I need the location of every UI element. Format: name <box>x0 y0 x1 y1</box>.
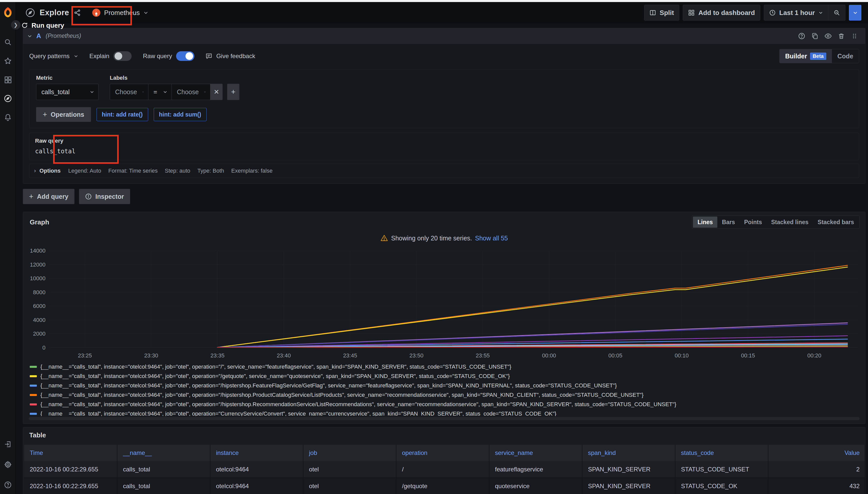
table-cell: 432 <box>768 478 865 494</box>
sign-in-icon[interactable] <box>0 438 16 450</box>
query-ref-id: A <box>36 32 41 40</box>
label-key-select[interactable]: Choose <box>110 84 148 100</box>
x-axis-tick-label: 23:55 <box>476 353 490 359</box>
show-all-series-link[interactable]: Show all 55 <box>475 234 508 242</box>
query-options-row[interactable]: › Options Legend: AutoFormat: Time serie… <box>29 164 859 178</box>
drag-handle-icon[interactable] <box>848 31 861 42</box>
legend-item[interactable]: {__name__="calls_total", instance="otelc… <box>30 401 860 408</box>
query-hints: hint: add rate()hint: add sum() <box>96 108 206 121</box>
legend-item[interactable]: {__name__="calls_total", instance="otelc… <box>30 363 860 370</box>
inspector-button[interactable]: Inspector <box>79 189 130 204</box>
legend-item[interactable]: {__name__="calls_total", instance="otelc… <box>30 382 860 389</box>
graph-mode-stacked-lines[interactable]: Stacked lines <box>766 216 813 228</box>
remove-query-trash-icon[interactable] <box>835 31 848 42</box>
search-icon[interactable] <box>0 36 16 48</box>
table-cell: STATUS_CODE_OK <box>675 478 768 494</box>
code-mode-tab[interactable]: Code <box>832 49 859 63</box>
chevron-down-icon <box>818 11 823 15</box>
remove-label-filter-button[interactable]: ✕ <box>211 84 222 100</box>
table-panel-title: Table <box>24 431 865 439</box>
x-axis-tick-label: 23:50 <box>409 353 423 359</box>
warning-triangle-icon <box>380 234 388 242</box>
x-axis-tick-label: 00:10 <box>675 353 689 359</box>
column-header-service-name[interactable]: service_name <box>489 445 582 461</box>
hint-add-rate-button[interactable]: hint: add rate() <box>96 108 148 121</box>
column-header-span-kind[interactable]: span_kind <box>582 445 675 461</box>
label-value-select[interactable]: Choose <box>172 84 211 100</box>
datasource-picker[interactable]: Prometheus <box>87 6 153 20</box>
query-row-header[interactable]: A (Prometheus) <box>23 28 865 44</box>
hide-response-eye-icon[interactable] <box>821 31 835 42</box>
explore-toolbar: Explore Prometheus Split Add to dashboar… <box>0 2 868 23</box>
builder-mode-tab[interactable]: Builder Beta <box>780 49 832 63</box>
query-editor-panel: A (Prometheus) Query patterns Explain <box>23 28 866 184</box>
series-limit-warning: Showing only 20 time series. Show all 55 <box>29 234 860 242</box>
legend-horizontal-scrollbar[interactable] <box>29 417 860 420</box>
raw-query-preview: Raw query calls_total <box>29 133 859 160</box>
legend-item[interactable]: {__name__="calls_total", instance="otelc… <box>30 392 860 398</box>
info-circle-icon <box>85 193 92 200</box>
add-query-button[interactable]: +Add query <box>23 189 74 204</box>
column-header-operation[interactable]: operation <box>396 445 489 461</box>
metric-label: Metric <box>36 75 98 81</box>
metric-select[interactable]: calls_total <box>36 84 98 100</box>
dashboards-icon[interactable] <box>0 74 16 86</box>
option-summary-item: Legend: Auto <box>68 168 101 174</box>
legend-series-label: {__name__="calls_total", instance="otelc… <box>40 411 557 416</box>
x-axis-tick-label: 00:00 <box>542 353 556 359</box>
legend-item[interactable]: {__name__="calls_total", instance="otelc… <box>30 373 860 380</box>
time-range-picker[interactable]: Last 1 hour <box>764 5 828 21</box>
graph-mode-stacked-bars[interactable]: Stacked bars <box>813 216 858 228</box>
zoom-out-time-button[interactable] <box>828 5 845 21</box>
x-axis-tick-label: 00:20 <box>807 353 821 359</box>
table-cell: calls_total <box>117 478 210 494</box>
explore-icon[interactable] <box>0 92 16 104</box>
add-label-filter-button[interactable]: + <box>227 84 239 100</box>
give-feedback-link[interactable]: Give feedback <box>205 53 255 60</box>
alerting-bell-icon[interactable] <box>0 111 16 124</box>
share-icon[interactable] <box>74 9 81 16</box>
explain-toggle[interactable] <box>113 51 132 61</box>
table-cell: otelcol:9464 <box>210 461 303 478</box>
run-query-dropdown[interactable] <box>849 5 862 21</box>
help-icon[interactable] <box>0 479 16 491</box>
raw-query-toggle[interactable] <box>176 51 194 61</box>
label-operator-select[interactable]: = <box>148 84 172 100</box>
legend-color-chip <box>30 403 37 405</box>
split-button[interactable]: Split <box>644 5 679 21</box>
collapse-chevron-icon[interactable] <box>27 34 32 39</box>
graph-mode-lines[interactable]: Lines <box>693 216 717 228</box>
column-header-status-code[interactable]: status_code <box>675 445 768 461</box>
operations-button[interactable]: + Operations <box>36 107 91 122</box>
starred-icon[interactable] <box>0 55 16 67</box>
duplicate-query-icon[interactable] <box>808 31 821 42</box>
settings-gear-icon[interactable] <box>0 458 16 471</box>
column-header-value[interactable]: Value <box>768 445 865 461</box>
time-series-chart[interactable]: 0200040006000800010000120001400023:2523:… <box>49 249 858 349</box>
column-header-job[interactable]: job <box>303 445 396 461</box>
column-header-time[interactable]: Time <box>24 445 117 461</box>
query-help-icon[interactable] <box>795 31 808 42</box>
table-cell: quoteservice <box>489 478 582 494</box>
sidebar-expand-button[interactable]: ❯ <box>11 20 20 30</box>
column-header-name[interactable]: __name__ <box>117 445 210 461</box>
legend-series-label: {__name__="calls_total", instance="otelc… <box>40 401 676 408</box>
graph-legend: {__name__="calls_total", instance="otelc… <box>29 363 860 416</box>
grafana-logo-icon[interactable] <box>2 6 14 18</box>
add-to-dashboard-button[interactable]: Add to dashboard <box>683 5 760 21</box>
column-header-instance[interactable]: instance <box>210 445 303 461</box>
graph-mode-bars[interactable]: Bars <box>717 216 739 228</box>
table-cell: 2 <box>768 461 865 478</box>
beta-badge: Beta <box>810 53 826 60</box>
query-patterns-dropdown[interactable]: Query patterns <box>29 53 78 60</box>
graph-mode-points[interactable]: Points <box>739 216 766 228</box>
legend-item[interactable]: {__name__="calls_total", instance="otelc… <box>30 411 860 416</box>
run-query-button[interactable]: Run query <box>849 5 862 21</box>
table-cell: otel <box>303 461 396 478</box>
metric-field: Metric calls_total <box>36 75 98 100</box>
graph-panel: Graph LinesBarsPointsStacked linesStacke… <box>23 212 866 424</box>
window-top-strip <box>0 0 868 2</box>
x-axis-tick-label: 00:15 <box>741 353 755 359</box>
datasource-name: Prometheus <box>104 9 140 17</box>
hint-add-sum-button[interactable]: hint: add sum() <box>154 108 206 121</box>
